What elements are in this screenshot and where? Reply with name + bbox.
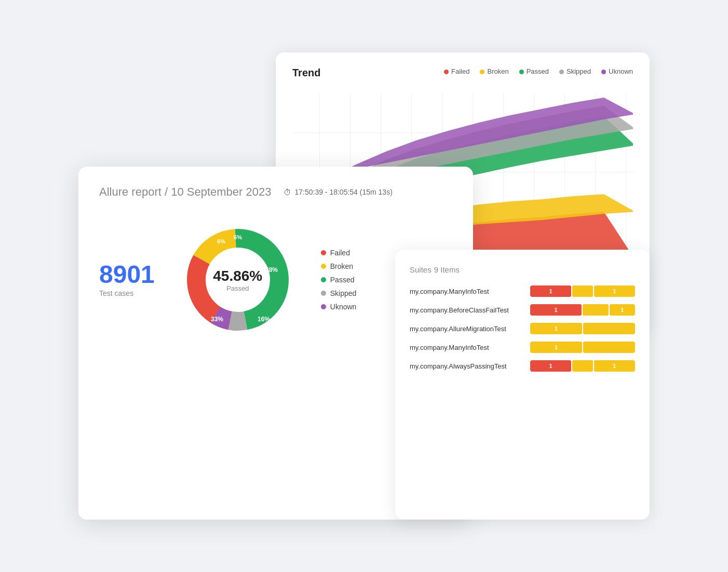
suite-row: my.company.AllureMigrationTest1	[410, 323, 635, 334]
suite-bar: 1	[530, 323, 635, 334]
bar-segment	[583, 323, 635, 334]
suite-row: my.company.ManyInfoTest1	[410, 342, 635, 353]
suites-title: Suites 9 Items	[410, 264, 635, 275]
trend-legend-item-broken: Broken	[480, 67, 508, 75]
allure-time: ⏱ 17:50:39 - 18:05:54 (15m 13s)	[284, 188, 392, 197]
bar-segment	[572, 285, 593, 297]
legend-item-failed: Failed	[321, 249, 357, 257]
bar-segment: 1	[530, 360, 571, 372]
trend-legend-item-skipped: Skipped	[559, 67, 591, 75]
trend-title: Trend	[292, 67, 320, 79]
trend-legend: FailedBrokenPassedSkippedUknown	[444, 67, 633, 75]
trend-legend-item-uknown: Uknown	[601, 67, 633, 75]
suites-card: Suites 9 Items my.company.ManyInfoTest11…	[395, 250, 650, 520]
donut-pct: 45.86%	[213, 268, 262, 284]
suite-name: my.company.ManyInfoTest	[410, 288, 524, 295]
donut-label: Passed	[213, 284, 262, 292]
suite-name: my.company.ManyInfoTest	[410, 344, 524, 351]
donut-broken-label: 16%	[258, 316, 270, 323]
donut-center: 45.86% Passed	[213, 268, 262, 292]
suite-bar: 11	[530, 285, 635, 297]
donut-chart: 16% 33% 48% 6% 6% 45.86% Passed	[176, 217, 300, 342]
donut-passed-label: 48%	[265, 266, 278, 274]
allure-title: Allure report / 10 September 2023	[99, 185, 271, 199]
bar-segment: 1	[530, 285, 571, 297]
legend-item-uknown: Uknown	[321, 303, 357, 311]
suite-name: my.company.AllureMigrationTest	[410, 325, 524, 333]
bar-segment: 1	[530, 323, 582, 334]
suite-bar: 1	[530, 342, 635, 353]
suite-bar: 11	[530, 360, 635, 372]
legend-item-broken: Broken	[321, 262, 357, 270]
trend-legend-item-failed: Failed	[444, 67, 469, 75]
legend-item-passed: Passed	[321, 276, 357, 284]
suite-row: my.company.AlwaysPassingTest11	[410, 360, 635, 372]
allure-header: Allure report / 10 September 2023 ⏱ 17:5…	[99, 185, 452, 199]
suites-list: my.company.ManyInfoTest11my.company.Befo…	[410, 285, 635, 372]
suite-name: my.company.AlwaysPassingTest	[410, 362, 524, 370]
donut-skipped-label: 6%	[217, 238, 225, 244]
donut-uknown-label: 6%	[234, 234, 242, 240]
suite-name: my.company.BeforeClassFailTest	[410, 306, 524, 314]
test-count-number: 8901	[99, 262, 155, 287]
trend-legend-item-passed: Passed	[519, 67, 549, 75]
test-count-label: Test cases	[99, 289, 155, 297]
bar-segment	[572, 360, 593, 372]
bar-segment	[583, 304, 609, 316]
legend-item-skipped: Skipped	[321, 289, 357, 297]
suite-bar: 11	[530, 304, 635, 316]
chart-legend: FailedBrokenPassedSkippedUknown	[321, 249, 357, 311]
bar-segment: 1	[530, 304, 582, 316]
scene: Trend FailedBrokenPassedSkippedUknown	[78, 52, 650, 520]
donut-failed-label: 33%	[211, 316, 223, 323]
suite-row: my.company.BeforeClassFailTest11	[410, 304, 635, 316]
test-count: 8901 Test cases	[99, 262, 155, 297]
clock-icon: ⏱	[284, 188, 291, 197]
bar-segment: 1	[594, 360, 635, 372]
suite-row: my.company.ManyInfoTest11	[410, 285, 635, 297]
bar-segment: 1	[594, 285, 635, 297]
bar-segment	[583, 342, 635, 353]
bar-segment: 1	[610, 304, 636, 316]
bar-segment: 1	[530, 342, 582, 353]
